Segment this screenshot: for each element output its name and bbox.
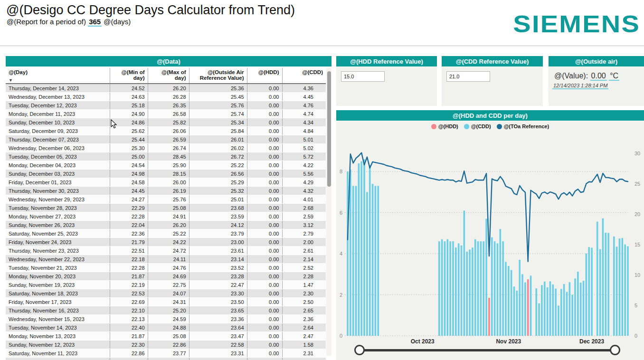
table-cell: 0.00 (247, 332, 282, 341)
table-cell: 4.74 (282, 110, 326, 118)
table-row: Wednesday, November 15, 202322.1324.5923… (6, 315, 326, 323)
cdd-bar (599, 249, 601, 336)
table-cell: 23.64 (189, 323, 247, 332)
outside-air-panel-body: @(Value): 0.00 °C 12/14/2023 1:28:14 PM (549, 67, 644, 106)
table-cell: 23.59 (189, 212, 247, 221)
table-cell: 24.54 (110, 161, 148, 170)
table-cell: 2.50 (282, 298, 326, 306)
cdd-bar (563, 284, 565, 336)
cdd-bar (502, 241, 504, 336)
column-header-hdd[interactable]: @(HDD) (247, 68, 282, 84)
table-cell: 0.00 (247, 101, 282, 110)
table-cell: 25.82 (148, 118, 189, 127)
table-cell: 23.61 (189, 246, 247, 255)
table-cell: 0.00 (247, 110, 282, 118)
table-row: Wednesday, November 22, 202322.1824.1123… (6, 255, 326, 264)
table-cell: Sunday, November 12, 2023 (6, 341, 110, 349)
cdd-bar (588, 247, 590, 336)
table-cell: 28.45 (148, 152, 189, 161)
outside-air-timestamp[interactable]: 12/14/2023 1:28:14 PM (552, 83, 608, 89)
table-row: Saturday, November 18, 202322.5324.0723.… (6, 289, 326, 298)
right-axis-tick-label: 0 (635, 333, 637, 339)
table-cell: 0.00 (247, 341, 282, 349)
table-cell: 2.00 (282, 238, 326, 246)
table-row: Thursday, November 09, 202322.7025.1723.… (6, 358, 326, 360)
cdd-bar (566, 292, 568, 336)
slider-track[interactable] (360, 349, 615, 351)
cdd-bar (452, 241, 454, 336)
right-axis-tick-label: 20 (635, 211, 640, 217)
table-cell: 2.79 (282, 229, 326, 238)
table-scrollbar-thumb[interactable] (327, 71, 331, 187)
table-row: Saturday, November 11, 202322.8623.7723.… (6, 349, 326, 358)
table-cell: 4.29 (282, 178, 326, 187)
column-header-day[interactable]: @(Day) ▼ (6, 68, 110, 84)
table-cell: 5.72 (282, 152, 326, 161)
cdd-bar (464, 210, 465, 336)
table-cell: 4.34 (282, 118, 326, 127)
table-cell: 23.93 (189, 358, 247, 360)
table-cell: 25.90 (148, 161, 189, 170)
table-cell: 24.45 (110, 187, 148, 195)
table-cell: 0.00 (247, 323, 282, 332)
siemens-logo: SIEMENS (513, 10, 640, 38)
table-cell: 24.69 (148, 272, 189, 281)
left-axis-tick-label: 4 (340, 251, 342, 256)
slider-handle-right[interactable] (610, 345, 620, 355)
column-header-oar[interactable]: @(Outside Air Reference Value) (189, 68, 247, 84)
cdd-bar (477, 241, 479, 336)
period-suffix: @(days) (104, 18, 131, 26)
right-axis-tick-label: 25 (635, 181, 640, 187)
cdd-bar (494, 241, 496, 336)
table-cell: 21.79 (110, 238, 148, 246)
cdd-bar (607, 233, 609, 336)
cdd-bar (580, 283, 582, 336)
table-cell: Wednesday, November 22, 2023 (6, 255, 110, 264)
cdd-bar (605, 233, 606, 336)
table-cell: Tuesday, December 12, 2023 (6, 101, 110, 110)
cdd-bar (511, 270, 512, 336)
cdd-bar (552, 284, 554, 336)
cdd-bar (619, 238, 621, 336)
table-cell: 23.65 (189, 306, 247, 315)
cdd-bar (458, 243, 460, 336)
table-cell: 22.75 (148, 281, 189, 289)
hdd-reference-input[interactable] (341, 71, 385, 82)
cdd-bar (558, 305, 559, 336)
table-row: Sunday, November 26, 202322.0426.2024.12… (6, 221, 326, 229)
x-axis-month-label: Oct 2023 (411, 338, 435, 344)
sort-descending-icon[interactable]: ▼ (9, 78, 107, 82)
hdd-reference-panel-body (336, 67, 437, 106)
table-cell: Friday, November 17, 2023 (6, 298, 110, 306)
cdd-bar (521, 274, 523, 336)
column-header-min[interactable]: @(Min of day) (110, 68, 148, 84)
hdd-bar (527, 279, 529, 336)
table-cell: 0.00 (247, 93, 282, 101)
table-cell: Tuesday, November 14, 2023 (6, 323, 110, 332)
table-cell: Wednesday, December 06, 2023 (6, 144, 110, 152)
table-cell: Thursday, November 30, 2023 (6, 187, 110, 195)
table-cell: 2.36 (282, 315, 326, 323)
table-cell: Thursday, December 07, 2023 (6, 135, 110, 144)
slider-handle-left[interactable] (354, 345, 365, 355)
cdd-bar (350, 170, 351, 336)
table-cell: 0.00 (247, 264, 282, 272)
cdd-bar (541, 285, 543, 336)
page-title: @(Desigo CC Degree Days Calculator from … (6, 3, 295, 18)
column-header-cdd[interactable]: @(CDD) (282, 68, 326, 84)
table-cell: 26.59 (148, 135, 189, 144)
table-cell: 26.00 (148, 178, 189, 187)
period-value-link[interactable]: 365 (88, 18, 102, 27)
cdd-reference-input[interactable] (446, 71, 490, 82)
column-header-max[interactable]: @(Max of day) (148, 68, 189, 84)
table-cell: 2.31 (282, 349, 326, 358)
table-cell: Friday, November 24, 2023 (6, 238, 110, 246)
table-row: Monday, December 04, 202324.5425.9025.22… (6, 161, 326, 170)
table-cell: 26.28 (148, 93, 189, 101)
outside-air-value[interactable]: 0.00 (590, 72, 607, 81)
table-cell: 0.00 (247, 204, 282, 212)
table-cell: 24.88 (148, 323, 189, 332)
cdd-bar (446, 239, 448, 336)
table-cell: Sunday, December 10, 2023 (6, 118, 110, 127)
table-cell: 4.45 (282, 93, 326, 101)
